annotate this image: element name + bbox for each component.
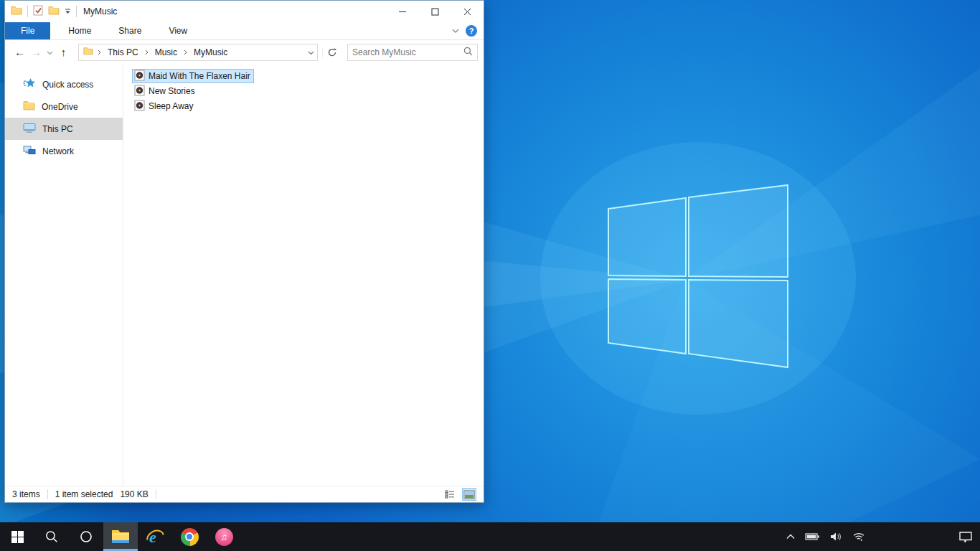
wifi-icon[interactable] [852, 532, 865, 542]
start-button[interactable] [0, 522, 34, 551]
cortana-icon [80, 530, 93, 543]
ribbon-tabs: File Home Share View ? [5, 22, 484, 40]
onedrive-folder-icon [23, 100, 35, 113]
quick-access-star-icon [23, 77, 36, 91]
qat-divider [27, 6, 28, 17]
monitor-icon [23, 123, 36, 136]
status-selection-size: 190 KB [120, 489, 148, 499]
system-tray [786, 522, 980, 551]
status-divider [156, 489, 156, 499]
search-input[interactable] [352, 47, 463, 57]
status-selection: 1 item selected [55, 489, 113, 499]
tab-home[interactable]: Home [55, 22, 105, 39]
thumbnails-view-button[interactable] [462, 488, 476, 501]
close-button[interactable] [451, 1, 484, 22]
qat-divider [76, 6, 77, 17]
file-item-sleep-away[interactable]: Sleep Away [132, 99, 197, 113]
ribbon-collapse-icon[interactable] [452, 26, 459, 36]
address-folder-icon [83, 47, 93, 57]
search-box[interactable] [347, 44, 478, 61]
taskbar-internet-explorer-button[interactable]: e [138, 522, 172, 551]
sidebar-item-label: This PC [42, 124, 73, 134]
sidebar-item-label: Network [42, 146, 74, 156]
properties-icon[interactable] [33, 5, 43, 18]
itunes-icon: ♫ [215, 528, 233, 546]
sidebar-item-onedrive[interactable]: OneDrive [5, 95, 123, 118]
file-name: New Stories [149, 86, 195, 96]
maximize-button[interactable] [419, 1, 451, 22]
network-computers-icon [23, 145, 36, 158]
taskbar-search-button[interactable] [34, 522, 69, 551]
file-explorer-icon [111, 529, 130, 545]
file-name: Maid With The Flaxen Hair [149, 71, 250, 81]
address-bar[interactable]: This PC Music MyMusic [78, 44, 318, 61]
taskbar-chrome-button[interactable] [172, 522, 207, 551]
taskbar-file-explorer-button[interactable] [103, 522, 138, 551]
file-item-maid-with-the-flaxen-hair[interactable]: Maid With The Flaxen Hair [132, 69, 254, 83]
file-explorer-window: MyMusic File Home Share View ? ← → [4, 0, 484, 503]
address-dropdown-icon[interactable] [308, 47, 314, 57]
file-list: Maid With The Flaxen Hair New Stories Sl… [123, 64, 484, 486]
status-item-count: 3 items [12, 489, 40, 499]
back-button[interactable]: ← [14, 47, 26, 57]
sidebar-item-this-pc[interactable]: This PC [5, 118, 123, 140]
navigation-pane: Quick access OneDrive This PC Network [5, 64, 123, 486]
refresh-button[interactable] [322, 47, 337, 57]
up-button[interactable]: ↑ [57, 47, 70, 57]
forward-button[interactable]: → [30, 47, 42, 57]
tab-share[interactable]: Share [105, 22, 155, 39]
new-folder-icon[interactable] [48, 6, 60, 17]
sidebar-item-network[interactable]: Network [5, 140, 123, 162]
windows-start-icon [11, 531, 24, 543]
breadcrumb-music[interactable]: Music [153, 47, 179, 57]
taskbar-itunes-button[interactable]: ♫ [207, 522, 241, 551]
window-title: MyMusic [83, 6, 117, 17]
cortana-button[interactable] [69, 522, 103, 551]
content-area: Quick access OneDrive This PC Network [5, 64, 484, 486]
file-name: Sleep Away [149, 101, 194, 111]
minimize-button[interactable] [387, 1, 419, 22]
tab-file[interactable]: File [5, 22, 50, 39]
action-center-icon[interactable] [958, 531, 973, 543]
hidden-icons-chevron-icon[interactable] [786, 534, 795, 540]
breadcrumb-chevron-icon[interactable] [96, 50, 103, 55]
breadcrumb-chevron-icon[interactable] [182, 50, 189, 55]
windows-logo [608, 185, 788, 367]
internet-explorer-icon: e [146, 527, 165, 547]
qat-dropdown-icon[interactable] [65, 6, 71, 17]
search-icon [45, 530, 58, 543]
chrome-icon [181, 528, 199, 546]
battery-icon[interactable] [805, 532, 820, 541]
audio-file-icon [134, 70, 145, 83]
tab-view[interactable]: View [155, 22, 201, 39]
breadcrumb-mymusic[interactable]: MyMusic [192, 47, 230, 57]
sidebar-item-label: OneDrive [42, 102, 78, 112]
breadcrumb-this-pc[interactable]: This PC [105, 47, 141, 57]
volume-icon[interactable] [830, 532, 842, 542]
recent-locations-icon[interactable] [47, 47, 53, 57]
navigation-toolbar: ← → ↑ This PC Music MyMusic [5, 40, 484, 64]
details-view-button[interactable] [443, 488, 457, 501]
breadcrumb-chevron-icon[interactable] [143, 50, 150, 55]
file-item-new-stories[interactable]: New Stories [132, 84, 199, 98]
taskbar: e ♫ [0, 522, 980, 551]
status-divider [47, 489, 48, 499]
help-button[interactable]: ? [466, 25, 477, 37]
window-folder-icon [11, 6, 22, 17]
audio-file-icon [134, 100, 145, 113]
audio-file-icon [134, 85, 145, 98]
sidebar-item-label: Quick access [42, 80, 93, 90]
search-icon[interactable] [463, 47, 473, 58]
status-bar: 3 items 1 item selected 190 KB [5, 486, 484, 502]
titlebar[interactable]: MyMusic [5, 1, 484, 22]
sidebar-item-quick-access[interactable]: Quick access [5, 73, 123, 95]
